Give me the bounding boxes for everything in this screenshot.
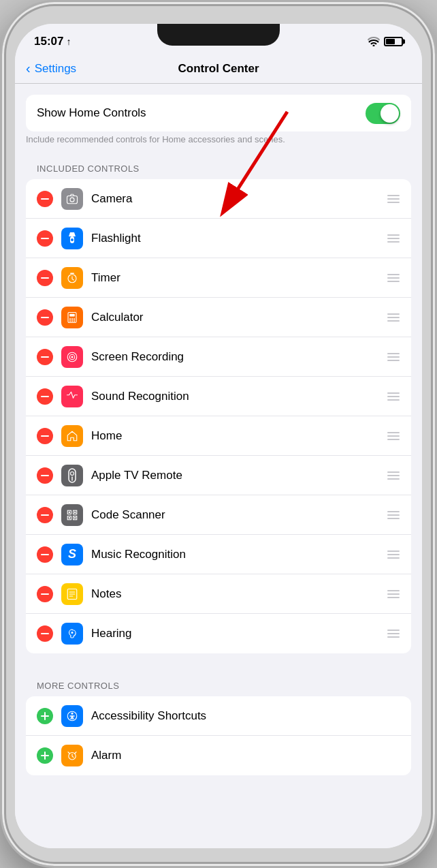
- drag-handle[interactable]: [387, 234, 400, 243]
- svg-point-11: [74, 318, 75, 320]
- list-item[interactable]: Alarm: [26, 736, 411, 775]
- item-label: Notes: [91, 587, 387, 601]
- remove-button[interactable]: [37, 467, 53, 484]
- red-arrow: [178, 98, 314, 234]
- included-controls-list: Camera: [26, 179, 411, 653]
- list-item[interactable]: S Music Recognition: [26, 535, 411, 574]
- back-label: Settings: [35, 62, 76, 76]
- list-item[interactable]: Code Scanner: [26, 495, 411, 535]
- code-scanner-icon: [61, 504, 83, 526]
- remove-button[interactable]: [37, 191, 53, 207]
- list-item[interactable]: Screen Recording: [26, 337, 411, 377]
- status-arrow: ↑: [66, 36, 71, 47]
- status-time: 15:07: [34, 35, 63, 48]
- svg-point-3: [70, 198, 74, 202]
- drag-handle[interactable]: [387, 432, 400, 440]
- remove-button[interactable]: [37, 507, 53, 523]
- svg-rect-8: [69, 313, 75, 316]
- remove-button[interactable]: [37, 270, 53, 286]
- page-title: Control Center: [178, 62, 259, 76]
- drag-handle[interactable]: [387, 353, 400, 361]
- phone-frame: 15:07 ↑ ‹ Settings Control C: [0, 0, 437, 868]
- drag-handle[interactable]: [387, 195, 400, 203]
- back-button[interactable]: ‹ Settings: [26, 61, 76, 76]
- item-label: Screen Recording: [91, 350, 387, 364]
- drag-handle[interactable]: [387, 274, 400, 282]
- show-home-controls-toggle[interactable]: [366, 103, 400, 124]
- back-chevron: ‹: [26, 61, 31, 76]
- svg-point-9: [69, 318, 71, 320]
- drag-handle[interactable]: [387, 471, 400, 480]
- item-label: Sound Recognition: [91, 390, 387, 403]
- accessibility-shortcuts-icon: [61, 705, 83, 727]
- battery-icon: [384, 37, 403, 46]
- list-item[interactable]: Home: [26, 416, 411, 456]
- alarm-icon: [61, 745, 83, 766]
- svg-point-21: [71, 479, 73, 480]
- item-label: Accessibility Shortcuts: [91, 709, 400, 723]
- svg-point-34: [71, 632, 74, 634]
- list-item[interactable]: Apple TV Remote: [26, 456, 411, 495]
- drag-handle[interactable]: [387, 511, 400, 519]
- screen: 15:07 ↑ ‹ Settings Control C: [15, 24, 422, 848]
- drag-handle[interactable]: [387, 313, 400, 322]
- remove-button[interactable]: [37, 586, 53, 602]
- item-label: Code Scanner: [91, 508, 387, 522]
- remove-button[interactable]: [37, 349, 53, 365]
- list-item[interactable]: Timer: [26, 258, 411, 298]
- timer-icon: [61, 267, 83, 289]
- remove-button[interactable]: [37, 625, 53, 642]
- svg-rect-29: [74, 517, 76, 518]
- list-item[interactable]: Notes: [26, 574, 411, 614]
- drag-handle[interactable]: [387, 392, 400, 401]
- item-label: Hearing: [91, 627, 387, 640]
- svg-rect-28: [69, 517, 70, 518]
- camera-icon: [61, 188, 83, 210]
- drag-handle[interactable]: [387, 630, 400, 638]
- home-icon: [61, 425, 83, 447]
- more-controls-list: Accessibility Shortcuts Alarm: [26, 696, 411, 775]
- drag-handle[interactable]: [387, 551, 400, 559]
- sound-recognition-icon: [61, 386, 83, 407]
- svg-point-12: [69, 320, 71, 322]
- apple-tv-remote-icon: [61, 465, 83, 486]
- svg-rect-26: [69, 511, 70, 512]
- remove-button[interactable]: [37, 388, 53, 405]
- screen-recording-icon: [61, 346, 83, 368]
- list-item[interactable]: Hearing: [26, 614, 411, 653]
- list-item[interactable]: Accessibility Shortcuts: [26, 696, 411, 736]
- calculator-icon: [61, 307, 83, 328]
- svg-point-19: [71, 471, 74, 475]
- svg-point-13: [71, 320, 73, 322]
- remove-button[interactable]: [37, 230, 53, 247]
- remove-button[interactable]: [37, 546, 53, 563]
- remove-button[interactable]: [37, 309, 53, 326]
- item-label: Apple TV Remote: [91, 469, 387, 482]
- item-label: Alarm: [91, 749, 400, 762]
- svg-point-5: [71, 238, 74, 241]
- item-label: Music Recognition: [91, 548, 387, 561]
- list-item[interactable]: Calculator: [26, 298, 411, 337]
- toggle-label: Show Home Controls: [37, 106, 146, 120]
- svg-point-10: [71, 318, 73, 320]
- svg-rect-27: [74, 511, 76, 512]
- more-controls-section: MORE CONTROLS Acce: [15, 670, 422, 775]
- music-recognition-icon: S: [61, 544, 83, 565]
- item-label: Timer: [91, 271, 387, 285]
- drag-handle[interactable]: [387, 590, 400, 598]
- notes-icon: [61, 583, 83, 605]
- status-icons: [368, 37, 403, 46]
- item-label: Calculator: [91, 311, 387, 324]
- add-button[interactable]: [37, 708, 53, 724]
- svg-line-1: [233, 112, 287, 197]
- remove-button[interactable]: [37, 428, 53, 444]
- wifi-icon: [368, 37, 380, 46]
- list-item[interactable]: Sound Recognition: [26, 377, 411, 416]
- svg-point-36: [71, 712, 74, 714]
- add-button[interactable]: [37, 747, 53, 764]
- hearing-icon: [61, 623, 83, 645]
- content-area: Show Home Controls Include recommended c…: [15, 84, 422, 848]
- more-controls-header: MORE CONTROLS: [15, 670, 422, 696]
- svg-point-17: [71, 356, 74, 358]
- svg-rect-2: [67, 196, 78, 203]
